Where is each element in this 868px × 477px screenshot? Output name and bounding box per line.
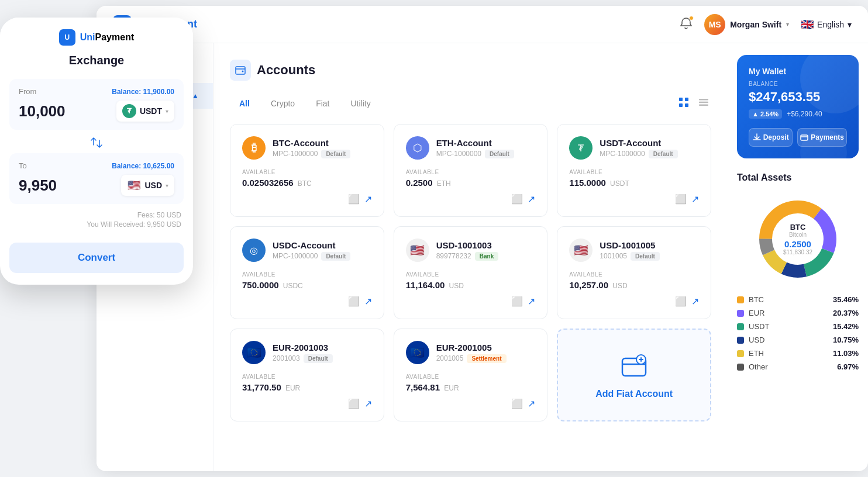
account-card-header: 🇺🇸 USD-1001005 1001005 Default bbox=[569, 238, 699, 262]
usd-legend-pct: 10.75% bbox=[833, 336, 859, 344]
external-link-icon[interactable]: ↗ bbox=[528, 193, 535, 205]
svg-rect-8 bbox=[679, 98, 683, 101]
account-name: ETH-Account bbox=[436, 138, 536, 148]
tab-all[interactable]: All bbox=[230, 95, 259, 112]
mobile-header: U UniPayment bbox=[0, 18, 193, 51]
usdt-legend-name: USDT bbox=[749, 322, 769, 331]
tab-utility[interactable]: Utility bbox=[341, 95, 380, 112]
deposit-button[interactable]: Deposit bbox=[749, 128, 793, 147]
card-footer: ⬜ ↗ bbox=[406, 398, 536, 409]
eur-legend-pct: 20.37% bbox=[833, 309, 859, 317]
copy-icon[interactable]: ⬜ bbox=[348, 296, 360, 307]
to-field: To Balance: 10,625.00 9,950 🇺🇸 USD ▾ bbox=[9, 153, 184, 204]
from-currency-selector[interactable]: ₮ USDT ▾ bbox=[116, 101, 174, 122]
add-fiat-icon bbox=[619, 351, 649, 382]
other-legend-name: Other bbox=[749, 362, 768, 371]
donut-center-usd: $11,830.32 bbox=[783, 249, 812, 255]
btc-legend-name: BTC bbox=[749, 295, 764, 304]
account-name-group: USDT-Account MPC-1000000 Default bbox=[600, 138, 699, 158]
external-link-icon[interactable]: ↗ bbox=[364, 193, 372, 205]
account-card-eth[interactable]: ⬡ ETH-Account MPC-1000000 Default AVAILA… bbox=[394, 124, 548, 217]
card-footer: ⬜ ↗ bbox=[406, 193, 536, 205]
account-name-group: USDC-Account MPC-1000000 Default bbox=[273, 240, 372, 261]
available-label: AVAILABLE bbox=[242, 169, 372, 175]
to-chevron-icon: ▾ bbox=[166, 182, 168, 189]
copy-icon[interactable]: ⬜ bbox=[348, 398, 360, 409]
accounts-title-icon bbox=[230, 60, 251, 81]
usdt-legend-dot bbox=[737, 323, 744, 330]
payments-button[interactable]: Payments bbox=[797, 128, 847, 147]
account-id: 2001003 bbox=[273, 354, 300, 362]
usdc-coin-icon: ◎ bbox=[242, 238, 266, 262]
other-legend-pct: 6.97% bbox=[837, 362, 859, 371]
notification-button[interactable] bbox=[680, 17, 693, 32]
account-card-eur1[interactable]: 🇪🇺 EUR-2001003 2001003 Default AVAILABL bbox=[230, 329, 384, 421]
account-card-header: ⬡ ETH-Account MPC-1000000 Default bbox=[406, 136, 536, 160]
account-name: BTC-Account bbox=[273, 138, 372, 148]
available-amount: 750.0000 USDC bbox=[242, 280, 372, 290]
external-link-icon[interactable]: ↗ bbox=[691, 296, 699, 307]
account-card-btc[interactable]: ₿ BTC-Account MPC-1000000 Default AVAILA… bbox=[230, 124, 384, 217]
mobile-logo-icon: U bbox=[59, 29, 75, 46]
account-sub: MPC-1000000 Default bbox=[600, 150, 699, 158]
add-fiat-account-card[interactable]: Add Fiat Account bbox=[557, 329, 711, 421]
right-panel: My Wallet BALANCE $247,653.55 ▲ 2.54% +$… bbox=[728, 43, 868, 471]
svg-rect-9 bbox=[685, 98, 688, 101]
usd-flag-coin-icon: 🇺🇸 bbox=[569, 238, 593, 262]
external-link-icon[interactable]: ↗ bbox=[528, 398, 535, 409]
external-link-icon[interactable]: ↗ bbox=[528, 296, 535, 307]
donut-center-title: BTC bbox=[783, 223, 812, 231]
account-card-usd2[interactable]: 🇺🇸 USD-1001005 1001005 Default AVAILABL bbox=[557, 226, 711, 319]
settlement-badge: Settlement bbox=[467, 354, 506, 363]
usdt-icon: ₮ bbox=[122, 104, 136, 118]
account-name-group: USD-1001005 1001005 Default bbox=[600, 240, 699, 261]
copy-icon[interactable]: ⬜ bbox=[511, 296, 523, 307]
to-currency-selector[interactable]: 🇺🇸 USD ▾ bbox=[121, 175, 174, 196]
account-card-usdc[interactable]: ◎ USDC-Account MPC-1000000 Default AVAIL… bbox=[230, 226, 384, 319]
eth-coin-icon: ⬡ bbox=[406, 136, 429, 160]
external-link-icon[interactable]: ↗ bbox=[364, 296, 372, 307]
svg-point-7 bbox=[242, 71, 244, 72]
outer-wrapper: U UniPayment Exchange From Balance: 11,9… bbox=[0, 0, 868, 477]
external-link-icon[interactable]: ↗ bbox=[691, 193, 699, 205]
swap-icon bbox=[89, 136, 104, 150]
from-field: From Balance: 11,900.00 10,000 ₮ USDT ▾ bbox=[9, 79, 184, 130]
copy-icon[interactable]: ⬜ bbox=[348, 193, 360, 205]
from-currency-name: USDT bbox=[140, 106, 162, 116]
content-area: Accounts All Crypto Fiat Utility bbox=[213, 43, 868, 471]
bank-badge: Bank bbox=[475, 252, 498, 261]
convert-button[interactable]: Convert bbox=[9, 243, 184, 273]
available-amount: 31,770.50 EUR bbox=[242, 382, 372, 392]
donut-center: BTC Bitcoin 0.2500 $11,830.32 bbox=[783, 223, 812, 255]
account-card-eur2[interactable]: 🇪🇺 EUR-2001005 2001005 Settlement AVAIL bbox=[394, 329, 548, 421]
account-name: USD-1001003 bbox=[436, 240, 536, 250]
copy-icon[interactable]: ⬜ bbox=[675, 193, 687, 205]
language-selector[interactable]: 🇬🇧 English ▾ bbox=[801, 18, 852, 31]
top-nav: U UniPayment MS Morgan Swift ▾ bbox=[97, 6, 868, 43]
swap-button[interactable] bbox=[9, 132, 184, 153]
copy-icon[interactable]: ⬜ bbox=[511, 398, 523, 409]
available-amount: 7,564.81 EUR bbox=[406, 382, 536, 392]
copy-icon[interactable]: ⬜ bbox=[675, 296, 687, 307]
list-view-button[interactable] bbox=[696, 95, 711, 112]
tab-crypto[interactable]: Crypto bbox=[261, 95, 304, 112]
account-card-usdt[interactable]: ₮ USDT-Account MPC-1000000 Default AVAIL… bbox=[557, 124, 711, 217]
svg-rect-11 bbox=[685, 103, 688, 107]
topnav-right: MS Morgan Swift ▾ 🇬🇧 English ▾ bbox=[680, 14, 852, 35]
account-id: MPC-1000000 bbox=[436, 150, 481, 158]
account-id: MPC-1000000 bbox=[600, 150, 645, 158]
external-link-icon[interactable]: ↗ bbox=[364, 398, 372, 409]
default-badge: Default bbox=[631, 252, 660, 261]
account-name: USD-1001005 bbox=[600, 240, 699, 250]
eur-flag-coin-icon2: 🇪🇺 bbox=[406, 341, 429, 364]
svg-rect-13 bbox=[699, 102, 708, 103]
tab-fiat[interactable]: Fiat bbox=[306, 95, 339, 112]
btc-legend-dot bbox=[737, 296, 744, 303]
legend: BTC 35.46% EUR 20.37% bbox=[737, 295, 859, 371]
account-card-usd1[interactable]: 🇺🇸 USD-1001003 899778232 Bank AVAILABLE bbox=[394, 226, 548, 319]
eur-flag-coin-icon: 🇪🇺 bbox=[242, 341, 266, 364]
grid-view-button[interactable] bbox=[676, 95, 691, 112]
account-name: EUR-2001005 bbox=[436, 343, 536, 352]
user-menu[interactable]: MS Morgan Swift ▾ bbox=[704, 14, 789, 35]
copy-icon[interactable]: ⬜ bbox=[511, 193, 523, 205]
